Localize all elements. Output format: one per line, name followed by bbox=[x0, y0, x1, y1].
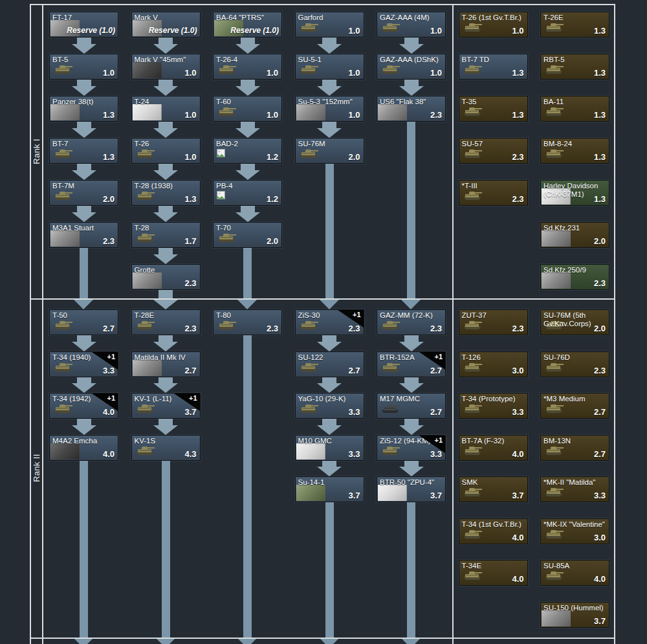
vehicle-cell-t-80[interactable]: T-802.3 bbox=[213, 309, 282, 335]
vehicle-cell-su-150-hummel[interactable]: SU-150 (Hummel)3.7 bbox=[540, 602, 609, 628]
vehicle-cell-matilda-ii-mk-iv[interactable]: Matilda II Mk IV2.7 bbox=[131, 351, 201, 377]
vehicle-cell-t-26-4[interactable]: T-26-41.0 bbox=[213, 54, 282, 80]
vehicle-photo bbox=[378, 104, 407, 120]
battle-rating: 1.3 bbox=[184, 194, 196, 204]
vehicle-cell-su-5-1[interactable]: SU-5-11.0 bbox=[295, 54, 364, 80]
vehicle-cell-grotte[interactable]: Grotte2.3 bbox=[131, 264, 201, 290]
vehicle-name: Grotte bbox=[135, 266, 199, 274]
vehicle-cell-bm-13n[interactable]: BM-13N2.7 bbox=[540, 435, 609, 461]
vehicle-cell-harley-davidson-chk-37m1[interactable]: Harley Davidson (ChK-37M1)1.3 bbox=[540, 180, 609, 206]
vehicle-cell-btr-152a[interactable]: +1BTR-152A2.7 bbox=[377, 351, 446, 377]
vehicle-cell-bad-2[interactable]: BAD-21.2 bbox=[213, 138, 282, 164]
arrow-connector-shaft bbox=[80, 248, 88, 299]
vehicle-cell-t-26[interactable]: T-261.0 bbox=[131, 138, 201, 164]
vehicle-cell-su-57[interactable]: SU-572.3 bbox=[459, 138, 528, 164]
vehicle-cell-bt-5[interactable]: BT-51.0 bbox=[49, 54, 118, 80]
vehicle-cell-bm-8-24[interactable]: BM-8-241.3 bbox=[540, 138, 609, 164]
vehicle-cell-t-34-1942[interactable]: +1T-34 (1942)4.0 bbox=[49, 393, 118, 419]
vehicle-cell-zut-37[interactable]: ZUT-372.3 bbox=[459, 309, 528, 335]
tank-icon bbox=[298, 21, 319, 35]
vehicle-cell-panzer-38-t[interactable]: Panzer 38(t)1.3 bbox=[49, 96, 118, 122]
vehicle-photo bbox=[542, 610, 571, 627]
vehicle-cell-t-24[interactable]: T-241.0 bbox=[131, 96, 201, 122]
vehicle-cell-m10-gmc[interactable]: M10 GMC3.3 bbox=[295, 435, 364, 461]
vehicle-cell-us6-flak-38[interactable]: US6 "Flak 38"2.3 bbox=[377, 96, 446, 122]
vehicle-cell-ba-64-ptrs[interactable]: BA-64 "PTRS"Reserve (1.0) bbox=[213, 12, 282, 38]
vehicle-cell-m3a1-stuart[interactable]: M3A1 Stuart2.3 bbox=[49, 222, 118, 248]
vehicle-cell-t-iii[interactable]: *T-III2.3 bbox=[459, 180, 528, 206]
vehicle-cell-t-28e[interactable]: T-28E2.3 bbox=[131, 309, 201, 335]
vehicle-cell-bt-7-td[interactable]: BT-7 TD1.3 bbox=[459, 54, 528, 80]
vehicle-cell-m17-mgmc[interactable]: M17 MGMC2.7 bbox=[377, 393, 446, 419]
arrow-connector-head bbox=[72, 383, 96, 393]
vehicle-cell-zis-30[interactable]: +1ZiS-302.3 bbox=[295, 309, 364, 335]
image-placeholder-icon bbox=[217, 190, 225, 202]
battle-rating: 2.3 bbox=[512, 194, 523, 204]
tank-icon bbox=[543, 402, 564, 416]
vehicle-cell-t-50[interactable]: T-502.7 bbox=[49, 309, 118, 335]
vehicle-cell-bt-7a-f-32[interactable]: BT-7A (F-32)4.0 bbox=[459, 435, 528, 461]
battle-rating: 1.0 bbox=[512, 26, 523, 36]
vehicle-cell-mk-ix-valentine[interactable]: *MK-IX "Valentine"3.0 bbox=[540, 518, 609, 544]
vehicle-cell-garford[interactable]: Garford1.0 bbox=[295, 12, 364, 38]
vehicle-cell-t-60[interactable]: T-601.0 bbox=[213, 96, 282, 122]
vehicle-cell-ba-11[interactable]: BA-111.3 bbox=[540, 96, 609, 122]
battle-rating: 1.3 bbox=[512, 110, 523, 120]
vehicle-cell-kv-1s[interactable]: KV-1S4.3 bbox=[131, 435, 201, 461]
tank-icon bbox=[380, 361, 400, 375]
vehicle-cell-pb-4[interactable]: PB-41.2 bbox=[213, 180, 282, 206]
vehicle-cell-rbt-5[interactable]: RBT-51.3 bbox=[540, 54, 609, 80]
vehicle-cell-t-34e[interactable]: T-34E4.0 bbox=[459, 560, 528, 586]
vehicle-cell-su-85a[interactable]: SU-85A4.0 bbox=[540, 560, 609, 586]
vehicle-cell-t-28[interactable]: T-281.7 bbox=[131, 222, 201, 248]
vehicle-cell-sd-kfz-250-9[interactable]: Sd.Kfz.250/92.3 bbox=[540, 264, 609, 290]
vehicle-cell-t-126[interactable]: T-1263.0 bbox=[459, 351, 528, 377]
tank-icon bbox=[216, 318, 237, 333]
battle-rating: 1.3 bbox=[594, 26, 606, 36]
vehicle-name: BA-64 "PTRS" bbox=[216, 14, 280, 22]
tank-icon bbox=[543, 21, 564, 35]
battle-rating: 1.0 bbox=[348, 110, 360, 120]
vehicle-cell-ft-17[interactable]: FT-17Reserve (1.0) bbox=[49, 12, 118, 38]
vehicle-cell-su-76m-5th-gv-kav-corps[interactable]: SU-76M (5th Gv.Kav.Corps)2.0 bbox=[540, 309, 609, 335]
vehicle-cell-su-14-1[interactable]: Su-14-13.7 bbox=[295, 476, 364, 502]
vehicle-cell-yag-10-29-k[interactable]: YaG-10 (29-K)3.3 bbox=[295, 393, 364, 419]
vehicle-cell-sd-kfz-231[interactable]: Sd.Kfz.2312.0 bbox=[540, 222, 609, 248]
arrow-connector-shaft bbox=[77, 80, 91, 86]
arrow-connector-head bbox=[317, 342, 342, 351]
battle-rating: 1.0 bbox=[103, 68, 115, 78]
arrow-connector-shaft bbox=[322, 80, 336, 86]
vehicle-cell-su-76d[interactable]: SU-76D2.3 bbox=[540, 351, 609, 377]
vehicle-cell-mark-v-45mm[interactable]: Mark V "45mm"1.0 bbox=[131, 54, 201, 80]
vehicle-cell-mk-ii-matilda[interactable]: *MK-II "Matilda"3.3 bbox=[540, 476, 609, 502]
vehicle-cell-smk[interactable]: SMK3.7 bbox=[459, 476, 528, 502]
vehicle-cell-su-76m[interactable]: SU-76M2.0 bbox=[295, 138, 364, 164]
vehicle-name: T-26-4 bbox=[216, 56, 280, 64]
vehicle-cell-m4a2-emcha[interactable]: M4A2 Emcha4.0 bbox=[49, 435, 118, 461]
vehicle-cell-zis-12-94-km[interactable]: +1ZiS-12 (94-KM)3.3 bbox=[377, 435, 446, 461]
vehicle-cell-gaz-aaa-dshk[interactable]: GAZ-AAA (DShK)1.0 bbox=[377, 54, 446, 80]
vehicle-cell-t-35[interactable]: T-351.3 bbox=[459, 96, 528, 122]
vehicle-name: Su-5-3 "152mm" bbox=[298, 98, 362, 106]
vehicle-cell-t-70[interactable]: T-702.0 bbox=[213, 222, 282, 248]
vehicle-cell-gaz-mm-72-k[interactable]: GAZ-MM (72-K)2.3 bbox=[377, 309, 446, 335]
vehicle-cell-t-28-1938[interactable]: T-28 (1938)1.3 bbox=[131, 180, 201, 206]
vehicle-cell-kv-1-l-11[interactable]: +1KV-1 (L-11)3.7 bbox=[131, 393, 201, 419]
battle-rating: 2.3 bbox=[512, 324, 523, 333]
vehicle-cell-m3-medium[interactable]: *M3 Medium2.7 bbox=[540, 393, 609, 419]
vehicle-cell-btr-50-zpu-4[interactable]: BTR-50 "ZPU-4"3.7 bbox=[377, 476, 446, 502]
tank-icon bbox=[135, 318, 155, 333]
vehicle-cell-t-34-prototype[interactable]: T-34 (Prototype)3.3 bbox=[459, 393, 528, 419]
vehicle-cell-t-26-1st-gv-t-br[interactable]: T-26 (1st Gv.T.Br.)1.0 bbox=[459, 12, 528, 38]
vehicle-cell-su-5-3-152mm[interactable]: Su-5-3 "152mm"1.0 bbox=[295, 96, 364, 122]
vehicle-cell-mark-v[interactable]: Mark VReserve (1.0) bbox=[131, 12, 201, 38]
vehicle-cell-t-34-1940[interactable]: +1T-34 (1940)3.3 bbox=[49, 351, 118, 377]
vehicle-cell-bt-7m[interactable]: BT-7M2.0 bbox=[49, 180, 118, 206]
vehicle-cell-bt-7[interactable]: BT-71.3 bbox=[49, 138, 118, 164]
vehicle-cell-gaz-aaa-4m[interactable]: GAZ-AAA (4M)1.0 bbox=[377, 12, 446, 38]
vehicle-cell-su-122[interactable]: SU-1222.7 bbox=[295, 351, 364, 377]
vehicle-cell-t-34-1st-gv-t-br[interactable]: T-34 (1st Gv.T.Br.)4.0 bbox=[459, 518, 528, 544]
arrow-connector-shaft bbox=[407, 502, 415, 638]
vehicle-cell-t-26e[interactable]: T-26E1.3 bbox=[540, 12, 609, 38]
tank-icon bbox=[216, 63, 237, 77]
